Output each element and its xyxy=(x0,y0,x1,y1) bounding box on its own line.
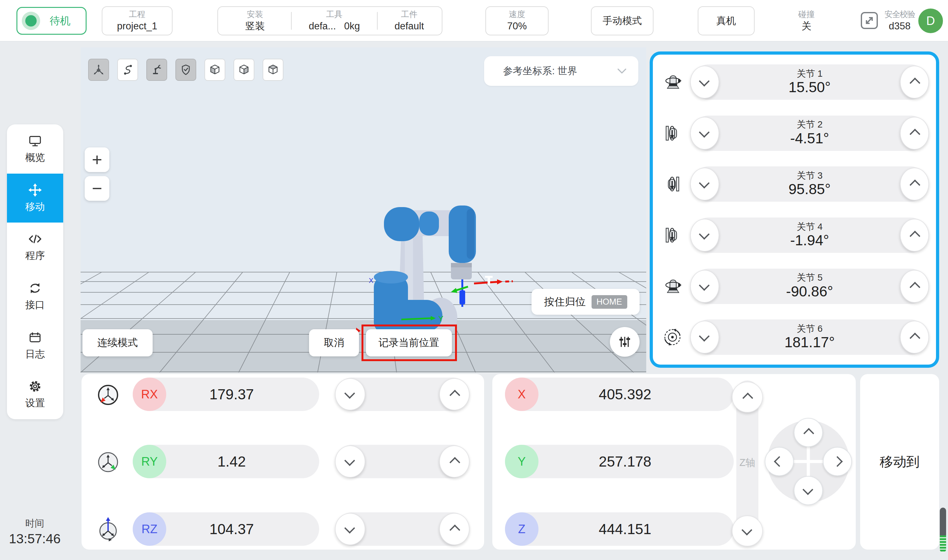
joint-6-increase-button[interactable] xyxy=(900,321,929,354)
calendar-icon xyxy=(28,331,42,345)
rx-value-field[interactable]: RX 179.37 xyxy=(133,377,319,411)
sidebar-item-label: 概览 xyxy=(25,151,45,164)
jog-left-button[interactable] xyxy=(765,447,794,476)
zoom-out-button[interactable]: − xyxy=(85,176,109,201)
view-cube-front-button[interactable] xyxy=(204,59,225,81)
joint-2-decrease-button[interactable] xyxy=(690,117,719,150)
jog-right-button[interactable] xyxy=(823,447,852,476)
sidebar-item-interface[interactable]: 接口 xyxy=(7,272,63,321)
view-cube-top-button[interactable] xyxy=(262,59,283,81)
joint-5-decrease-button[interactable] xyxy=(690,270,719,303)
zoom-in-button[interactable]: + xyxy=(85,148,109,172)
joint-4-value-field[interactable]: 关节 4 -1.94° xyxy=(692,217,928,253)
joint-4-decrease-button[interactable] xyxy=(690,219,719,252)
rx-jog-control xyxy=(336,377,469,411)
cancel-button[interactable]: 取消 xyxy=(309,329,359,356)
joint-5-value-field[interactable]: 关节 5 -90.86° xyxy=(692,269,928,304)
3d-viewport[interactable]: Y X xyxy=(80,47,646,372)
joint-3-value-field[interactable]: 关节 3 95.85° xyxy=(692,166,928,202)
jog-pad xyxy=(767,420,849,503)
joint-5-increase-button[interactable] xyxy=(900,270,929,303)
joint-6-value-field[interactable]: 关节 6 181.17° xyxy=(692,320,928,355)
right-scrollbar[interactable] xyxy=(940,508,946,552)
joint-4-increase-button[interactable] xyxy=(900,219,929,252)
jog-settings-button[interactable] xyxy=(610,327,639,357)
gear-icon xyxy=(28,380,42,393)
hold-to-home-button[interactable]: 按住归位 HOME xyxy=(531,289,639,315)
joint-1-value-field[interactable]: 关节 1 15.50° xyxy=(692,65,928,100)
workpiece-cell[interactable]: 工件 default xyxy=(379,9,439,32)
mount-cell[interactable]: 安装 竖装 xyxy=(221,9,289,32)
reference-frame-select[interactable]: 参考坐标系: 世界 xyxy=(484,56,638,86)
plus-icon: + xyxy=(92,151,102,169)
sidebar-item-move[interactable]: 移动 xyxy=(7,174,63,223)
rz-value-field[interactable]: RZ 104.37 xyxy=(133,512,319,546)
continuous-mode-button[interactable]: 连续模式 xyxy=(82,329,153,356)
chevron-down-icon xyxy=(344,388,355,399)
z-axis-up-button[interactable] xyxy=(732,382,763,412)
rz-increase-button[interactable] xyxy=(439,513,469,545)
project-selector[interactable]: 工程 project_1 xyxy=(102,6,173,35)
continuous-mode-label: 连续模式 xyxy=(97,336,138,350)
move-to-button[interactable]: 移动到 xyxy=(860,374,939,549)
joint-row: 关节 3 95.85° xyxy=(653,158,936,209)
robot-status-pill[interactable]: 待机 xyxy=(17,7,86,35)
setup-selector[interactable]: 安装 竖装 工具 defa... 0kg 工件 default xyxy=(218,6,442,35)
chevron-up-icon xyxy=(909,78,920,88)
joint-3-value: 95.85° xyxy=(788,181,831,198)
tool-cell[interactable]: 工具 defa... 0kg xyxy=(293,9,375,32)
chevron-left-icon xyxy=(774,456,784,467)
view-axes-button[interactable] xyxy=(88,59,109,81)
scrollbar-handle[interactable] xyxy=(940,508,946,535)
ry-value-field[interactable]: RY 1.42 xyxy=(133,445,319,478)
joint-1-increase-button[interactable] xyxy=(900,66,929,98)
rz-decrease-button[interactable] xyxy=(335,513,365,545)
joint-6-decrease-button[interactable] xyxy=(690,321,719,354)
jog-up-button[interactable] xyxy=(794,418,823,447)
fullscreen-icon[interactable] xyxy=(860,11,879,30)
joint-3-decrease-button[interactable] xyxy=(690,168,719,200)
view-path-button[interactable] xyxy=(117,59,138,81)
machine-button[interactable]: 真机 xyxy=(698,6,755,35)
record-position-highlight xyxy=(361,325,457,361)
scrollbar-progress xyxy=(940,535,946,552)
joint-5-value: -90.86° xyxy=(786,283,833,300)
sidebar-item-settings[interactable]: 设置 xyxy=(7,370,63,419)
jog-down-button[interactable] xyxy=(794,476,823,505)
rx-decrease-button[interactable] xyxy=(335,378,365,410)
rx-increase-button[interactable] xyxy=(439,378,469,410)
joint-2-increase-button[interactable] xyxy=(900,117,929,150)
ry-increase-button[interactable] xyxy=(439,445,469,478)
ry-decrease-button[interactable] xyxy=(335,445,365,478)
tool-label: 工具 xyxy=(326,9,343,20)
user-avatar[interactable]: D xyxy=(918,9,943,33)
y-value: 257.178 xyxy=(539,453,712,470)
joint-2-value-field[interactable]: 关节 2 -4.51° xyxy=(692,115,928,151)
chevron-up-icon xyxy=(909,231,920,242)
chevron-up-icon xyxy=(909,180,920,190)
y-value-field[interactable]: Y 257.178 xyxy=(505,445,734,478)
view-safety-button[interactable] xyxy=(175,59,196,81)
rz-value: 104.37 xyxy=(166,520,297,538)
joint-6-label: 关节 6 xyxy=(797,323,823,334)
joint-3-increase-button[interactable] xyxy=(900,168,929,200)
safety-value: d358 xyxy=(889,20,911,32)
view-robot-button[interactable] xyxy=(146,59,167,81)
view-cube-side-button[interactable] xyxy=(233,59,255,81)
chevron-down-icon xyxy=(699,331,710,342)
z-axis-down-button[interactable] xyxy=(732,515,763,546)
x-value-field[interactable]: X 405.392 xyxy=(505,377,734,411)
sidebar-item-log[interactable]: 日志 xyxy=(7,321,63,370)
sidebar-item-program[interactable]: 程序 xyxy=(7,223,63,272)
cube-top-icon xyxy=(267,63,279,76)
minus-icon: − xyxy=(92,180,102,197)
z-value-field[interactable]: Z 444.151 xyxy=(505,512,734,546)
sidebar-item-overview[interactable]: 概览 xyxy=(7,125,63,174)
ry-value: 1.42 xyxy=(166,453,297,470)
speed-selector[interactable]: 速度 70% xyxy=(485,6,548,35)
joint-1-decrease-button[interactable] xyxy=(690,66,719,98)
speed-value: 70% xyxy=(507,20,527,32)
mode-button[interactable]: 手动模式 xyxy=(591,6,653,35)
axes-icon xyxy=(92,63,105,76)
x-axis-badge: X xyxy=(505,377,539,411)
